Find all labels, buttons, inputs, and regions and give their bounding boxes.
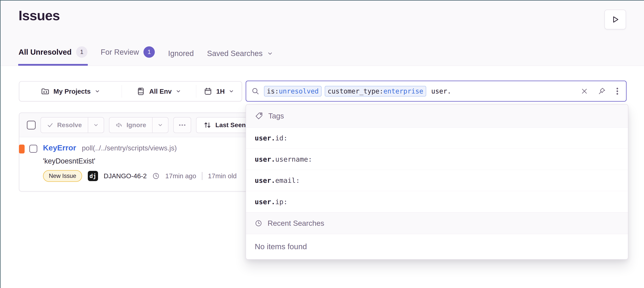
pin-search-icon[interactable] <box>598 87 606 95</box>
check-icon <box>47 122 53 128</box>
dropdown-section-tags: Tags <box>246 105 628 128</box>
mute-icon <box>116 122 123 129</box>
tag-suggestion-user-email[interactable]: user.email: <box>246 170 628 191</box>
page-title: Issues <box>18 8 60 23</box>
time-range-dropdown[interactable]: 1H <box>196 82 242 101</box>
issue-last-seen: 17min ago <box>165 172 196 180</box>
tab-label: For Review <box>101 48 139 56</box>
rest-text: username: <box>275 155 312 163</box>
search-actions <box>581 87 618 95</box>
environment-icon <box>137 87 145 96</box>
section-header-label: Tags <box>268 112 284 120</box>
issue-checkbox[interactable] <box>29 145 37 153</box>
issue-search-bar[interactable]: is:unresolved customer_type:enterprise u… <box>246 80 626 102</box>
tab-label: Ignored <box>168 49 194 58</box>
tab-label: Saved Searches <box>207 49 263 58</box>
environment-filter-dropdown[interactable]: All Env <box>122 82 196 101</box>
search-token-customer-type[interactable]: customer_type:enterprise <box>325 86 426 96</box>
issue-age: 17min old <box>208 172 237 180</box>
rest-text: id: <box>275 134 288 142</box>
tab-for-review[interactable]: For Review 1 <box>101 46 155 66</box>
issue-title-link[interactable]: KeyError <box>43 144 76 152</box>
calendar-icon <box>204 87 212 96</box>
resolve-split-button: Resolve <box>40 117 104 133</box>
tab-all-unresolved[interactable]: All Unresolved 1 <box>18 46 88 66</box>
sort-label: Last Seen <box>215 121 246 129</box>
resolve-dropdown-button[interactable] <box>88 117 104 133</box>
tab-count-badge: 1 <box>144 46 155 58</box>
token-value: unresolved <box>279 88 319 95</box>
tag-suggestion-user-id[interactable]: user.id: <box>246 128 628 149</box>
issue-content: KeyError poll(../../sentry/scripts/views… <box>43 144 237 182</box>
search-query-text[interactable]: user. <box>431 88 451 95</box>
match-text: user. <box>255 176 275 184</box>
tag-suggestion-user-ip[interactable]: user.ip: <box>246 191 628 212</box>
projects-icon <box>41 87 50 96</box>
page-filter-bar: My Projects All Env <box>19 81 242 102</box>
chevron-down-icon <box>176 89 181 94</box>
ignore-label: Ignore <box>126 121 146 129</box>
token-key: is: <box>267 88 279 95</box>
tag-suggestion-user-username[interactable]: user.username: <box>246 149 628 170</box>
search-token-is-unresolved[interactable]: is:unresolved <box>264 86 322 96</box>
clock-icon <box>255 220 262 227</box>
page-header: Issues All Unresolved 1 For Review 1 Ign… <box>0 0 644 66</box>
tab-saved-searches[interactable]: Saved Searches <box>207 49 273 66</box>
issue-culprit: poll(../../sentry/scripts/views.js) <box>82 144 177 152</box>
section-header-label: Recent Searches <box>268 219 324 228</box>
tag-icon <box>255 112 263 120</box>
ignore-dropdown-button[interactable] <box>152 117 168 133</box>
resolve-label: Resolve <box>57 121 82 129</box>
recent-searches-empty-state: No items found <box>246 234 628 259</box>
tab-ignored[interactable]: Ignored <box>168 49 194 66</box>
select-all-checkbox[interactable] <box>27 121 36 130</box>
resolve-button[interactable]: Resolve <box>40 117 88 133</box>
token-key: customer_type: <box>328 88 384 95</box>
error-level-indicator <box>19 144 24 154</box>
replay-tour-button[interactable] <box>604 10 626 29</box>
play-icon <box>611 15 620 24</box>
rest-text: email: <box>275 176 300 184</box>
token-value: enterprise <box>384 88 423 95</box>
chevron-down-icon <box>229 89 234 94</box>
more-actions-button[interactable] <box>173 117 191 133</box>
search-overflow-menu-icon[interactable] <box>616 87 618 95</box>
issues-page: Issues All Unresolved 1 For Review 1 Ign… <box>0 0 644 288</box>
clear-search-icon[interactable] <box>581 88 588 94</box>
new-issue-badge: New Issue <box>43 170 82 182</box>
dropdown-section-recent-searches: Recent Searches <box>246 212 628 234</box>
match-text: user. <box>255 198 275 206</box>
django-project-icon: dj <box>88 171 98 181</box>
ignore-split-button: Ignore <box>109 117 168 133</box>
meta-divider <box>202 172 202 180</box>
project-filter-label: My Projects <box>54 88 91 95</box>
match-text: user. <box>255 134 275 142</box>
issue-message: 'keyDoesntExist' <box>43 157 237 165</box>
tab-label: All Unresolved <box>18 48 72 56</box>
sort-by-button[interactable]: Last Seen <box>196 117 253 133</box>
environment-filter-label: All Env <box>149 88 172 95</box>
search-icon <box>252 87 260 95</box>
tab-count-badge: 1 <box>76 46 88 58</box>
clock-icon <box>152 172 160 180</box>
match-text: user. <box>255 155 275 163</box>
rest-text: ip: <box>275 198 288 206</box>
ignore-button[interactable]: Ignore <box>109 117 152 133</box>
chevron-down-icon <box>267 51 273 56</box>
chevron-down-icon <box>95 89 100 94</box>
sort-arrows-icon <box>204 122 211 128</box>
search-autocomplete-dropdown: Tags user.id: user.username: user.email:… <box>246 104 628 260</box>
issue-short-id[interactable]: DJANGO-46-2 <box>104 172 147 180</box>
project-filter-dropdown[interactable]: My Projects <box>19 82 122 101</box>
time-range-label: 1H <box>216 88 225 95</box>
issues-tabs: All Unresolved 1 For Review 1 Ignored Sa… <box>18 46 273 66</box>
